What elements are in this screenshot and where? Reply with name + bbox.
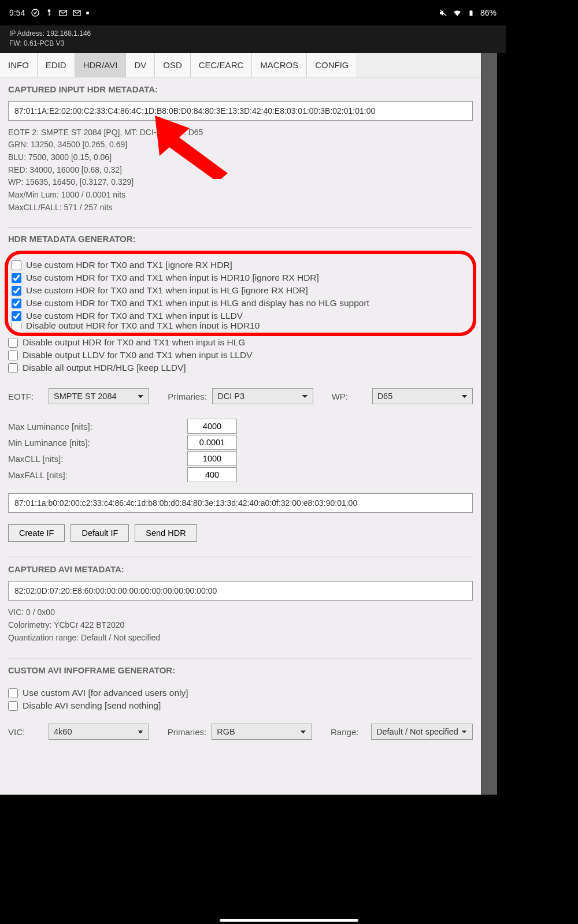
eotf-select[interactable]: SMPTE ST 2084	[49, 388, 149, 404]
captured-avi-title: CAPTURED AVI METADATA:	[8, 564, 473, 574]
avi-quantization: Quantization range: Default / Not specif…	[8, 632, 473, 644]
meta-blu: BLU: 7500, 3000 [0.15, 0.06]	[8, 151, 473, 164]
chk-label: Disable output LLDV for TX0 and TX1 when…	[23, 350, 253, 360]
status-bar: 9:54 86%	[0, 0, 506, 25]
svg-point-0	[32, 9, 39, 16]
mail-icon	[58, 8, 68, 17]
maxcll-input[interactable]	[187, 451, 237, 466]
firmware-label: FW: 0.61-PCB V3	[9, 39, 497, 49]
vic-select[interactable]: 4k60	[49, 724, 149, 740]
chk-custom-hdr-hlg[interactable]	[12, 286, 21, 296]
chk-label: Disable all output HDR/HLG [keep LLDV]	[23, 363, 186, 373]
mail-icon	[72, 8, 81, 17]
mute-icon	[439, 8, 448, 17]
meta-red: RED: 34000, 16000 [0.68, 0.32]	[8, 164, 473, 177]
chk-label: Disable AVI sending [send nothing]	[23, 701, 161, 711]
minlum-input[interactable]	[187, 435, 237, 450]
tab-bar: INFO EDID HDR/AVI DV OSD CEC/EARC MACROS…	[0, 53, 481, 77]
scrollbar-track[interactable]	[481, 53, 497, 795]
ip-address-label: IP Address: 192.168.1.146	[9, 29, 497, 39]
captured-hdr-title: CAPTURED INPUT HDR METADATA:	[8, 84, 473, 94]
minlum-label: Min Luminance [nits]:	[8, 438, 181, 448]
meta-lum: Max/Min Lum: 1000 / 0.0001 nits	[8, 189, 473, 202]
chk-label: Use custom HDR for TX0 and TX1 when inpu…	[26, 285, 308, 296]
chk-disable-lldv[interactable]	[8, 351, 18, 360]
tab-config[interactable]: CONFIG	[307, 53, 357, 77]
send-hdr-button[interactable]: Send HDR	[135, 524, 197, 542]
chk-disable-all-hdr[interactable]	[8, 363, 18, 373]
svg-rect-1	[469, 10, 472, 16]
vic-label: VIC:	[8, 727, 42, 737]
chk-label: Use custom HDR for TX0 and TX1 [ignore R…	[26, 260, 232, 270]
chk-custom-hdr-lldv[interactable]	[12, 311, 21, 321]
tab-edid[interactable]: EDID	[38, 53, 75, 77]
custom-avi-title: CUSTOM AVI INFOFRAME GENERATOR:	[8, 665, 473, 675]
eotf-label: EOTF:	[8, 392, 42, 401]
chk-label: Use custom HDR for TX0 and TX1 when inpu…	[26, 311, 243, 321]
battery-percent: 86%	[480, 8, 497, 17]
maxlum-input[interactable]	[187, 419, 237, 434]
status-time: 9:54	[9, 8, 25, 17]
chk-use-custom-avi[interactable]	[8, 688, 18, 698]
chk-disable-hdr-hlg[interactable]	[8, 338, 18, 348]
tab-macros[interactable]: MACROS	[252, 53, 307, 77]
create-if-button[interactable]: Create IF	[8, 524, 65, 542]
avi-colorimetry: Colorimetry: YCbCr 422 BT2020	[8, 619, 473, 632]
check-circle-icon	[31, 8, 40, 17]
maxfall-input[interactable]	[187, 467, 237, 482]
captured-avi-metadata: VIC: 0 / 0x00 Colorimetry: YCbCr 422 BT2…	[0, 606, 481, 651]
avi-primaries-select[interactable]: RGB	[212, 724, 312, 740]
primaries-select[interactable]: DCI P3	[212, 388, 313, 404]
wifi-icon	[453, 8, 462, 17]
tab-dv[interactable]: DV	[126, 53, 155, 77]
meta-eotf: EOTF 2: SMPTE ST 2084 [PQ], MT: DCI-P3, …	[8, 126, 473, 139]
chk-label: Disable output HDR for TX0 and TX1 when …	[23, 337, 245, 348]
chk-disable-hdr-hdr10[interactable]	[12, 322, 21, 329]
chk-disable-avi[interactable]	[8, 701, 18, 711]
chk-label: Disable output HDR for TX0 and TX1 when …	[26, 322, 260, 329]
captured-hdr-hex-input[interactable]	[8, 101, 473, 121]
range-label: Range:	[331, 727, 364, 737]
captured-avi-hex-input[interactable]	[8, 581, 473, 601]
chk-custom-hdr-hlg-nosupport[interactable]	[12, 299, 21, 308]
wp-label: WP:	[332, 392, 365, 401]
generated-hex-input[interactable]	[8, 493, 473, 513]
edge-black	[497, 53, 506, 795]
hdr-generator-title: HDR METADATA GENERATOR:	[8, 234, 473, 244]
tab-info[interactable]: INFO	[0, 53, 38, 77]
maxfall-label: MaxFALL [nits]:	[8, 470, 181, 480]
tab-hdr-avi[interactable]: HDR/AVI	[75, 53, 127, 77]
chk-label: Use custom AVI [for advanced users only]	[23, 688, 188, 698]
tab-cec-earc[interactable]: CEC/EARC	[191, 53, 253, 77]
more-dot-icon	[86, 12, 89, 14]
avi-primaries-label: Primaries:	[168, 727, 205, 737]
meta-grn: GRN: 13250, 34500 [0.265, 0.69]	[8, 139, 473, 151]
key-icon	[45, 8, 54, 17]
chk-custom-hdr-hdr10[interactable]	[12, 273, 21, 283]
meta-wp: WP: 15635, 16450, [0.3127, 0.329]	[8, 176, 473, 189]
wp-select[interactable]: D65	[372, 388, 473, 404]
range-select[interactable]: Default / Not specified	[371, 724, 473, 740]
maxcll-label: MaxCLL [nits]:	[8, 454, 181, 464]
primaries-label: Primaries:	[168, 392, 205, 401]
captured-hdr-metadata: EOTF 2: SMPTE ST 2084 [PQ], MT: DCI-P3, …	[0, 126, 481, 221]
chk-label: Use custom HDR for TX0 and TX1 when inpu…	[26, 273, 319, 283]
tab-osd[interactable]: OSD	[155, 53, 191, 77]
svg-rect-2	[470, 10, 472, 10]
chk-custom-hdr-always[interactable]	[12, 260, 21, 270]
chk-label: Use custom HDR for TX0 and TX1 when inpu…	[26, 298, 369, 308]
meta-cll: MaxCLL/FALL: 571 / 257 nits	[8, 202, 473, 214]
highlight-annotation: Use custom HDR for TX0 and TX1 [ignore R…	[5, 251, 476, 336]
default-if-button[interactable]: Default IF	[71, 524, 129, 542]
device-info: IP Address: 192.168.1.146 FW: 0.61-PCB V…	[0, 25, 506, 53]
avi-vic: VIC: 0 / 0x00	[8, 606, 473, 619]
battery-icon	[466, 8, 476, 17]
maxlum-label: Max Luminance [nits]:	[8, 422, 181, 431]
